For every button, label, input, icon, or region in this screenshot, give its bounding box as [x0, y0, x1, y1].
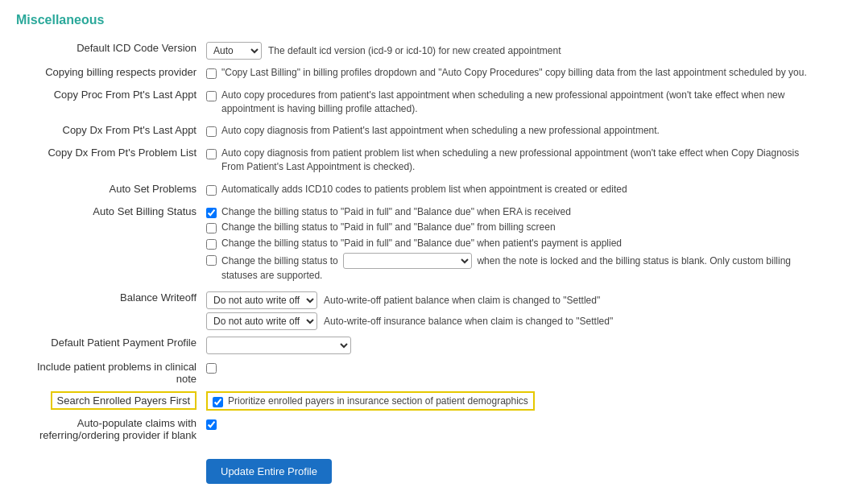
default-icd-control: Auto ICD-9 ICD-10 The default icd versio…: [201, 39, 828, 63]
search-enrolled-desc: Prioritize enrolled payers in insurance …: [228, 395, 528, 407]
search-enrolled-checkbox[interactable]: [213, 397, 223, 407]
auto-set-billing-text-3: Change the billing status to "Paid in fu…: [221, 237, 622, 250]
copy-dx-last-checkbox[interactable]: [206, 126, 217, 137]
auto-set-billing-text-4: Change the billing status to when the no…: [221, 253, 823, 283]
settings-table: Default ICD Code Version Auto ICD-9 ICD-…: [16, 39, 828, 487]
auto-set-problems-row: Auto Set Problems Automatically adds ICD…: [16, 180, 828, 202]
auto-populate-checkbox[interactable]: [206, 419, 217, 430]
copy-dx-prob-label: Copy Dx From Pt's Problem List: [16, 143, 201, 180]
default-payment-row: Default Patient Payment Profile: [16, 333, 828, 357]
search-enrolled-control: Prioritize enrolled payers in insurance …: [201, 388, 828, 414]
copy-dx-last-row: Copy Dx From Pt's Last Appt Auto copy di…: [16, 121, 828, 143]
auto-set-billing-checkbox-1[interactable]: [206, 208, 217, 218]
search-enrolled-row: Search Enrolled Payers First Prioritize …: [16, 388, 828, 414]
auto-set-billing-text-2: Change the billing status to "Paid in fu…: [221, 221, 556, 234]
auto-populate-control: [201, 414, 828, 444]
copy-dx-last-desc: Auto copy diagnosis from Patient's last …: [221, 124, 660, 138]
auto-set-billing-row: Auto Set Billing Status Change the billi…: [16, 202, 828, 288]
auto-set-billing-checkbox-3[interactable]: [206, 239, 217, 250]
auto-set-billing-text-1: Change the billing status to "Paid in fu…: [221, 205, 571, 219]
auto-set-billing-control: Change the billing status to "Paid in fu…: [201, 202, 828, 288]
copy-dx-prob-checkbox[interactable]: [206, 149, 217, 159]
auto-set-problems-checkbox[interactable]: [206, 185, 217, 196]
default-icd-label: Default ICD Code Version: [16, 39, 201, 63]
copy-proc-control: Auto copy procedures from patient's last…: [201, 85, 828, 122]
include-patient-problems-row: Include patient problems in clinical not…: [16, 357, 828, 388]
auto-set-billing-checkbox-2[interactable]: [206, 223, 217, 233]
balance-writeoff-desc-2: Auto-write-off insurance balance when cl…: [324, 316, 613, 327]
auto-set-billing-label: Auto Set Billing Status: [16, 202, 201, 288]
include-patient-problems-checkbox[interactable]: [206, 363, 217, 374]
balance-writeoff-row: Balance Writeoff Do not auto write off A…: [16, 288, 828, 333]
copy-billing-desc: "Copy Last Billing" in billing profiles …: [221, 66, 807, 80]
auto-populate-row: Auto-populate claims with referring/orde…: [16, 414, 828, 444]
default-payment-select[interactable]: [206, 337, 351, 354]
copy-dx-prob-desc: Auto copy diagnosis from patient problem…: [221, 147, 823, 174]
copy-billing-checkbox[interactable]: [206, 68, 217, 79]
default-payment-label: Default Patient Payment Profile: [16, 333, 201, 357]
copy-dx-last-control: Auto copy diagnosis from Patient's last …: [201, 121, 828, 143]
auto-set-problems-desc: Automatically adds ICD10 codes to patien…: [221, 183, 627, 196]
copy-billing-control: "Copy Last Billing" in billing profiles …: [201, 63, 828, 85]
copy-proc-checkbox[interactable]: [206, 91, 217, 101]
default-icd-select[interactable]: Auto ICD-9 ICD-10: [206, 42, 262, 60]
balance-writeoff-desc-1: Auto-write-off patient balance when clai…: [324, 295, 600, 306]
billing-status-select[interactable]: [343, 253, 472, 269]
update-button-row: Update Entire Profile: [16, 444, 828, 487]
balance-writeoff-control: Do not auto write off Auto write off Aut…: [201, 288, 828, 333]
default-icd-desc: The default icd version (icd-9 or icd-10…: [268, 45, 561, 56]
search-enrolled-label: Search Enrolled Payers First: [16, 388, 201, 414]
include-patient-problems-control: [201, 357, 828, 388]
copy-dx-prob-row: Copy Dx From Pt's Problem List Auto copy…: [16, 143, 828, 180]
page-title: Miscellaneous: [16, 13, 828, 27]
include-patient-problems-label: Include patient problems in clinical not…: [16, 357, 201, 388]
auto-populate-label: Auto-populate claims with referring/orde…: [16, 414, 201, 444]
copy-billing-row: Copying billing respects provider "Copy …: [16, 63, 828, 85]
auto-set-billing-checkbox-4[interactable]: [206, 255, 217, 266]
balance-writeoff-select-1[interactable]: Do not auto write off Auto write off: [206, 291, 317, 309]
copy-billing-label: Copying billing respects provider: [16, 63, 201, 85]
copy-dx-last-label: Copy Dx From Pt's Last Appt: [16, 121, 201, 143]
balance-writeoff-select-2[interactable]: Do not auto write off Auto write off: [206, 312, 317, 330]
copy-proc-desc: Auto copy procedures from patient's last…: [221, 89, 823, 116]
default-icd-row: Default ICD Code Version Auto ICD-9 ICD-…: [16, 39, 828, 63]
auto-set-problems-control: Automatically adds ICD10 codes to patien…: [201, 180, 828, 202]
auto-set-problems-label: Auto Set Problems: [16, 180, 201, 202]
copy-dx-prob-control: Auto copy diagnosis from patient problem…: [201, 143, 828, 180]
copy-proc-label: Copy Proc From Pt's Last Appt: [16, 85, 201, 122]
balance-writeoff-label: Balance Writeoff: [16, 288, 201, 333]
default-payment-control: [201, 333, 828, 357]
update-profile-button[interactable]: Update Entire Profile: [206, 459, 332, 484]
copy-proc-row: Copy Proc From Pt's Last Appt Auto copy …: [16, 85, 828, 122]
